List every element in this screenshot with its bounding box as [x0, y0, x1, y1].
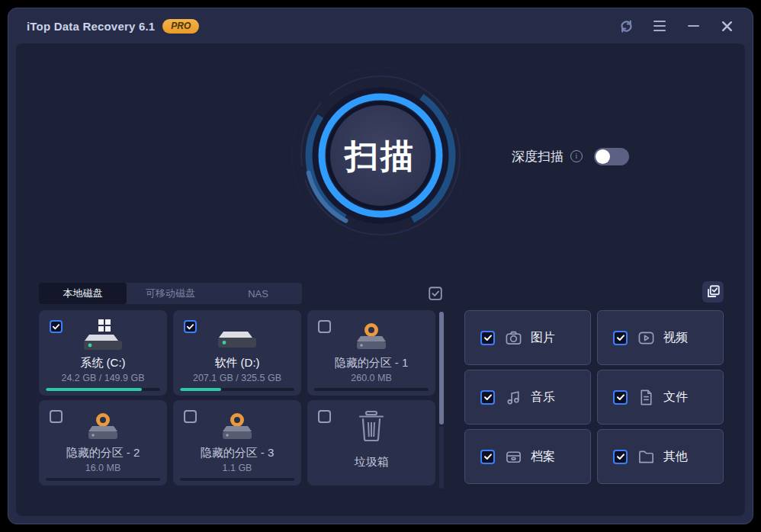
filetype-checkbox[interactable] [480, 331, 495, 345]
filetype-card-archives[interactable]: 档案 [464, 429, 591, 484]
trash-icon [307, 408, 435, 443]
disk-name: 隐藏的分区 - 3 [173, 446, 301, 460]
deep-scan-row: 深度扫描 i [512, 145, 629, 168]
filetype-card-others[interactable]: 其他 [597, 429, 724, 484]
disk-card-hidden-1[interactable]: 隐藏的分区 - 1 260.0 MB [307, 310, 435, 396]
disk-name: 软件 (D:) [173, 356, 301, 370]
filetype-label: 档案 [531, 449, 555, 465]
disk-usage-bar [180, 478, 294, 481]
refresh-icon[interactable] [618, 18, 634, 34]
minimize-button[interactable] [686, 18, 701, 34]
disk-card-hidden-2[interactable]: 隐藏的分区 - 2 16.0 MB [39, 400, 167, 486]
hidden-partition-icon [173, 408, 301, 443]
filetype-card-documents[interactable]: 文件 [597, 370, 724, 425]
disk-card-software-d[interactable]: 软件 (D:) 207.1 GB / 325.5 GB [173, 310, 301, 396]
deep-scan-toggle[interactable] [594, 148, 629, 165]
tab-local-disk[interactable]: 本地磁盘 [39, 283, 127, 304]
tab-removable-disk[interactable]: 可移动磁盘 [127, 283, 214, 304]
document-icon [637, 389, 655, 406]
scan-button[interactable]: 扫描 [289, 64, 472, 247]
hidden-partition-icon [39, 408, 167, 443]
hidden-partition-icon [307, 318, 435, 353]
disk-usage-bar [46, 388, 160, 391]
disk-tabs: 本地磁盘 可移动磁盘 NAS [39, 283, 302, 304]
music-icon [505, 389, 522, 406]
filetype-label: 图片 [531, 330, 555, 346]
disk-name: 隐藏的分区 - 2 [39, 446, 167, 460]
filetype-label: 其他 [663, 449, 688, 465]
disk-name: 垃圾箱 [307, 455, 435, 470]
tab-nas[interactable]: NAS [214, 283, 302, 304]
close-button[interactable] [719, 18, 734, 34]
main-panel: 扫描 深度扫描 i 本地磁盘 可移动磁盘 NAS [16, 43, 745, 516]
disk-size: 24.2 GB / 149.9 GB [39, 373, 167, 383]
toggle-knob [596, 149, 610, 164]
select-all-disks-icon[interactable] [425, 283, 446, 304]
disk-list-scrollbar[interactable] [439, 310, 444, 489]
archive-icon [505, 448, 522, 466]
disk-size: 260.0 MB [307, 373, 435, 383]
disk-card-hidden-3[interactable]: 隐藏的分区 - 3 1.1 GB [173, 400, 301, 486]
filetype-label: 文件 [663, 389, 688, 405]
filetype-card-pictures[interactable]: 图片 [464, 310, 591, 365]
drive-icon [173, 318, 301, 353]
disk-usage-bar [46, 478, 160, 481]
filetype-checkbox[interactable] [613, 331, 628, 345]
filetype-checkbox[interactable] [613, 450, 628, 464]
filetype-card-video[interactable]: 视频 [597, 310, 724, 365]
folder-icon [637, 448, 655, 466]
disk-name: 隐藏的分区 - 1 [307, 356, 435, 370]
filetype-checkbox[interactable] [480, 450, 495, 464]
camera-icon [505, 329, 522, 347]
scrollbar-thumb[interactable] [439, 312, 444, 425]
menu-icon[interactable] [652, 18, 667, 34]
info-icon[interactable]: i [570, 150, 583, 162]
filetype-label: 音乐 [531, 389, 555, 405]
disk-usage-bar [180, 388, 294, 391]
filetype-checkbox[interactable] [480, 390, 495, 405]
scan-button-label: 扫描 [343, 137, 416, 175]
disk-usage-bar [314, 388, 429, 391]
disk-size: 1.1 GB [173, 463, 301, 473]
app-title: iTop Data Recovery 6.1 [27, 20, 155, 33]
disk-name: 系统 (C:) [39, 356, 167, 370]
pro-badge: PRO [162, 19, 199, 34]
filetype-checkbox[interactable] [613, 390, 628, 405]
app-window: iTop Data Recovery 6.1 PRO [8, 8, 753, 524]
disk-card-recycle-bin[interactable]: 垃圾箱 [307, 400, 435, 486]
video-icon [637, 329, 655, 347]
filetype-card-music[interactable]: 音乐 [464, 370, 591, 425]
scrollbar-track [439, 426, 444, 489]
disk-size: 16.0 MB [39, 463, 167, 473]
titlebar: iTop Data Recovery 6.1 PRO [8, 8, 753, 43]
select-all-filetypes-icon[interactable] [702, 281, 724, 303]
system-drive-icon [39, 318, 167, 353]
filetype-label: 视频 [663, 330, 688, 346]
deep-scan-label: 深度扫描 [512, 148, 564, 165]
disk-card-system-c[interactable]: 系统 (C:) 24.2 GB / 149.9 GB [39, 310, 167, 396]
disk-size: 207.1 GB / 325.5 GB [173, 373, 301, 383]
